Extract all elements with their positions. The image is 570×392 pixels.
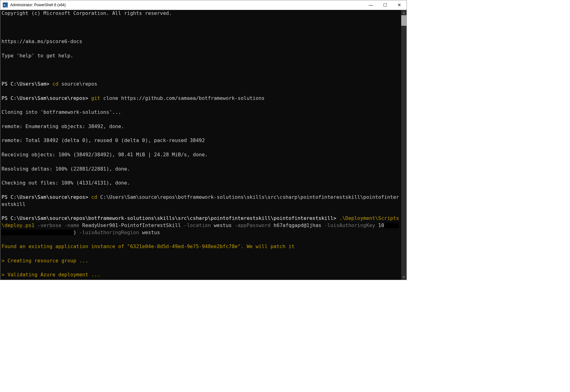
close-button[interactable]: ✕ [392,0,406,10]
docs-url: https://aka.ms/pscore6-docs [2,38,400,45]
scroll-up-icon[interactable]: ▲ [401,10,406,15]
prompt-line-4: PS C:\Users\Sam\source\repos\botframewor… [2,215,400,236]
vertical-scrollbar[interactable]: ▲ ▼ [401,10,406,280]
clone-output: Receiving objects: 100% (38492/38492), 9… [2,151,400,158]
clone-output: remote: Total 38492 (delta 0), reused 0 … [2,137,400,144]
prompt-line-3: PS C:\Users\Sam\source\repos> cd C:\User… [2,194,400,208]
clone-output: Resolving deltas: 100% (22881/22881), do… [2,166,400,173]
window-controls: — ☐ ✕ [364,0,406,10]
window-title: Administrator: PowerShell 6 (x64) [10,3,364,7]
scroll-thumb[interactable] [401,15,406,26]
clone-output: Cloning into 'botframework-solutions'... [2,109,400,116]
step-rg: > Creating resource group ... [2,257,400,265]
scroll-down-icon[interactable]: ▼ [401,274,406,280]
terminal-output[interactable]: Copyright (c) Microsoft Corporation. All… [0,10,401,280]
prompt-line-2: PS C:\Users\Sam\source\repos> git clone … [2,95,400,102]
maximize-button[interactable]: ☐ [378,0,392,10]
client-area: Copyright (c) Microsoft Corporation. All… [0,10,406,280]
minimize-button[interactable]: — [364,0,378,10]
copyright-line: Copyright (c) Microsoft Corporation. All… [2,10,400,17]
titlebar[interactable]: >_ Administrator: PowerShell 6 (x64) — ☐… [0,0,406,10]
help-hint: Type 'help' to get help. [2,52,400,60]
clone-output: Checking out files: 100% (4131/4131), do… [2,180,400,187]
powershell-icon: >_ [3,2,8,7]
prompt-line-1: PS C:\Users\Sam> cd source\repos [2,81,400,88]
step-valid: > Validating Azure deployment ... [2,271,400,278]
powershell-window: >_ Administrator: PowerShell 6 (x64) — ☐… [0,0,407,280]
clone-output: remote: Enumerating objects: 38492, done… [2,123,400,130]
found-existing: Found an existing application instance o… [2,243,400,250]
